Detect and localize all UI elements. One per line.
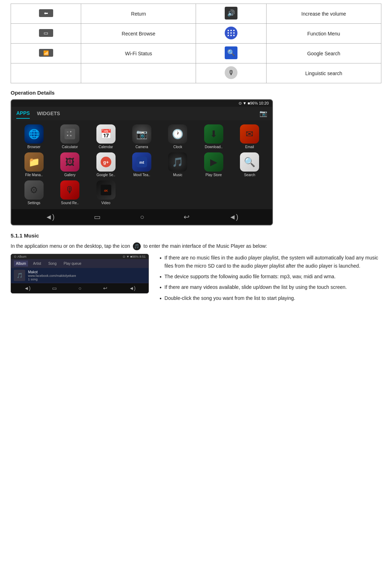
nav-volume-up[interactable]: ◄): [229, 213, 238, 221]
operation-details-title: Operation Details: [11, 90, 381, 96]
app-item-calendar[interactable]: 📅Calendar: [89, 124, 123, 149]
android-screen-mockup: ⊙ ▼ ■96% 10:20 APPS WIDGETS 📷 🌐Browser−+…: [11, 99, 273, 225]
app-item-browser[interactable]: 🌐Browser: [17, 124, 51, 149]
nav-home[interactable]: ○: [140, 213, 144, 221]
recent-icon-cell: [11, 24, 81, 44]
app-icon-calculator: −+×=: [60, 124, 79, 144]
app-label-browser: Browser: [27, 145, 40, 149]
app-label-download: Download..: [205, 145, 223, 149]
empty-label: [81, 63, 196, 83]
return-icon-cell: [11, 4, 81, 24]
svg-text:mt: mt: [139, 160, 144, 164]
music-nav-home[interactable]: ○: [78, 285, 81, 291]
svg-point-5: [230, 32, 232, 34]
svg-point-4: [228, 32, 229, 34]
music-nav-recent[interactable]: ▭: [52, 285, 57, 291]
svg-point-1: [228, 30, 229, 31]
app-item-email[interactable]: ✉Email: [233, 124, 267, 149]
music-tab-song[interactable]: Song: [46, 261, 58, 267]
mic-icon: [225, 66, 237, 79]
app-item-calculator[interactable]: −+×=Calculator: [53, 124, 86, 149]
svg-text:g+: g+: [103, 160, 109, 165]
app-icon-playstore: ▶: [204, 152, 223, 172]
app-icon-video: 4K: [96, 180, 116, 200]
tab-apps[interactable]: APPS: [16, 108, 30, 119]
function-table: Return Increase the volume Recent Browse: [11, 4, 381, 83]
music-count: 1 song: [28, 278, 146, 281]
google-search-icon: [225, 46, 237, 59]
app-icon-search: 🔍: [240, 152, 259, 172]
music-screen-navbar: ◄) ▭ ○ ↩ ◄): [11, 283, 149, 293]
wifi-icon: [39, 49, 53, 57]
music-nav-vol-down[interactable]: ◄): [24, 285, 31, 291]
nav-recent[interactable]: ▭: [94, 213, 101, 221]
music-tab-artist[interactable]: Artist: [31, 261, 43, 267]
linguistic-label: Linguistic search: [266, 63, 381, 83]
app-icon-moviltea: mt: [132, 152, 151, 172]
nav-back[interactable]: ↩: [184, 213, 190, 221]
app-item-video[interactable]: 4KVideo: [89, 180, 123, 205]
svg-text:−: −: [67, 130, 68, 134]
app-label-soundre: Sound Re..: [61, 201, 79, 205]
table-row: Linguistic search: [11, 63, 381, 83]
app-label-moviltea: Movil Tea..: [133, 173, 150, 177]
svg-text:+: +: [70, 130, 72, 134]
app-icon-camera: 📷: [132, 124, 151, 144]
volume-icon-cell: [196, 4, 266, 24]
app-label-email: Email: [245, 145, 254, 149]
google-search-label: Google Search: [266, 44, 381, 63]
volume-label: Increase the volume: [266, 4, 381, 24]
app-item-camera[interactable]: 📷Camera: [125, 124, 158, 149]
app-icon-filemana: 📁: [24, 152, 44, 172]
bullet-item-3: Double-click the song you want from the …: [159, 294, 381, 302]
app-item-moviltea[interactable]: mtMovil Tea..: [125, 152, 158, 177]
music-section-title: 5.1.1 Music: [11, 233, 381, 239]
music-url: www.facebook.com/makitolyekare: [28, 274, 146, 278]
volume-icon: [225, 7, 237, 19]
music-thumbnail: 🎵: [14, 270, 25, 281]
app-label-music: Music: [173, 173, 182, 177]
android-navbar: ◄) ▭ ○ ↩ ◄): [11, 209, 272, 225]
function-menu-icon: [225, 27, 237, 39]
app-item-gallery[interactable]: 🖼Gallery: [53, 152, 86, 177]
music-topbar: Album Artist Song Play queue: [11, 259, 149, 268]
music-tab-album[interactable]: Album: [14, 261, 28, 267]
app-label-calendar: Calendar: [99, 145, 113, 149]
app-icon-soundre: 🎙: [60, 180, 79, 200]
music-tab-queue[interactable]: Play queue: [62, 261, 84, 267]
table-row: Return Increase the volume: [11, 4, 381, 24]
music-list-item[interactable]: 🎵 Makot www.facebook.com/makitolyekare 1…: [11, 268, 149, 283]
app-item-soundre[interactable]: 🎙Sound Re..: [53, 180, 86, 205]
recent-browse-icon: [39, 29, 53, 37]
app-item-settings[interactable]: ⚙Settings: [17, 180, 51, 205]
music-nav-vol-up[interactable]: ◄): [129, 285, 136, 291]
app-label-filemana: File Mana..: [25, 173, 43, 177]
nav-volume-down[interactable]: ◄): [45, 213, 54, 221]
app-label-gallery: Gallery: [64, 173, 75, 177]
app-item-playstore[interactable]: ▶Play Store: [197, 152, 230, 177]
music-bullets: If there are no music files in the audio…: [156, 254, 381, 305]
music-nav-back[interactable]: ↩: [103, 285, 107, 291]
music-player-screenshot: ⊙ Album ⊙ ▼ ■96% 8:51 Album Artist Song …: [11, 254, 149, 293]
recent-label: Recent Browse: [81, 24, 196, 44]
svg-point-3: [233, 30, 235, 31]
app-item-googlese[interactable]: g+Google Se..: [89, 152, 123, 177]
tab-widgets[interactable]: WIDGETS: [37, 108, 60, 118]
music-section-layout: ⊙ Album ⊙ ▼ ■96% 8:51 Album Artist Song …: [11, 254, 381, 305]
mic-icon-cell: [196, 63, 266, 83]
function-label: Function Menu: [266, 24, 381, 44]
app-icon-email: ✉: [240, 124, 259, 144]
svg-point-2: [230, 30, 232, 31]
bullet-item-2: If there are many videos available, slid…: [159, 283, 381, 291]
app-item-filemana[interactable]: 📁File Mana..: [17, 152, 51, 177]
app-item-download[interactable]: ⬇Download..: [197, 124, 230, 149]
app-item-clock[interactable]: 🕐Clock: [161, 124, 195, 149]
music-info: Makot www.facebook.com/makitolyekare 1 s…: [28, 270, 146, 281]
app-label-camera: Camera: [135, 145, 148, 149]
android-app-bar: APPS WIDGETS 📷: [11, 107, 272, 120]
app-item-music[interactable]: 🎵Music: [161, 152, 195, 177]
table-row: Wi-Fi Status Google Search: [11, 44, 381, 63]
svg-text:4K: 4K: [104, 189, 108, 192]
app-icon-music: 🎵: [168, 152, 187, 172]
app-item-search[interactable]: 🔍Search: [233, 152, 267, 177]
